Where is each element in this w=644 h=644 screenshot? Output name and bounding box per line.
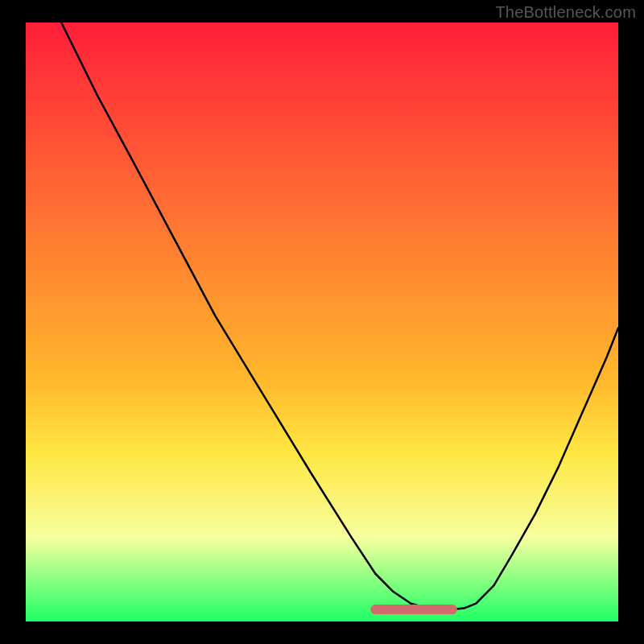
watermark-text: TheBottleneck.com bbox=[495, 3, 636, 22]
bottleneck-chart bbox=[0, 0, 644, 644]
plot-background bbox=[26, 23, 618, 621]
